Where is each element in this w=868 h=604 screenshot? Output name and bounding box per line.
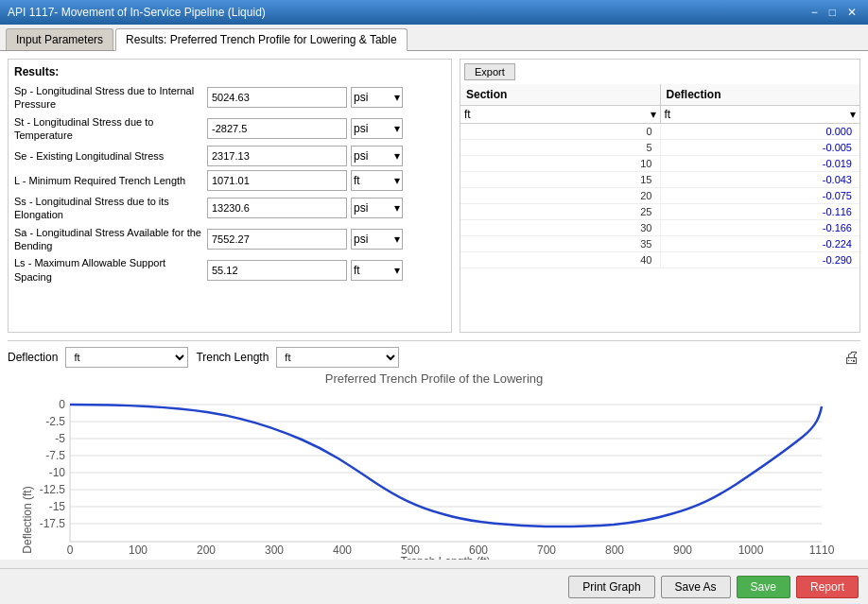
result-unit-se: psi▾ [351, 146, 403, 166]
deflection-control-label: Deflection [8, 351, 58, 364]
close-button[interactable]: ✕ [843, 6, 860, 19]
result-label-st: St - Longitudinal Stress due to Temperat… [14, 115, 203, 143]
chart-curve [70, 405, 822, 526]
tab-bar: Input Parameters Results: Preferred Tren… [0, 25, 868, 51]
result-row-l: L - Minimum Required Trench Length ft▾ [14, 170, 445, 191]
chart-area: Deflection (ft) 0 -2.5 -5 -7.5 -10 [8, 388, 860, 560]
deflection-cell: -0.224 [661, 236, 860, 251]
svg-text:700: 700 [537, 544, 556, 557]
result-label-ss: Ss - Longitudinal Stress due to its Elon… [14, 195, 203, 222]
deflection-cell: -0.166 [661, 220, 860, 235]
restore-button[interactable]: □ [825, 6, 840, 19]
svg-text:-10: -10 [49, 466, 66, 479]
trench-length-unit-select[interactable]: ft [276, 347, 399, 368]
chart-title: Preferred Trench Profile of the Lowering [8, 371, 860, 386]
deflection-unit-select[interactable]: ft [65, 347, 188, 368]
col-unit-row: ft▾ ft▾ [460, 106, 859, 124]
window-title: API 1117- Movement of In-Service Pipelin… [8, 6, 266, 19]
svg-text:-12.5: -12.5 [40, 483, 66, 496]
section-cell: 30 [460, 220, 661, 235]
tab-input[interactable]: Input Parameters [6, 28, 113, 50]
trench-length-control-label: Trench Length [196, 351, 269, 364]
result-row-se: Se - Existing Longitudinal Stress psi▾ [14, 146, 445, 166]
result-row-sa: Sa - Longitudinal Stress Available for t… [14, 226, 445, 253]
table-row: 5 -0.005 [460, 140, 859, 156]
table-row: 15 -0.043 [460, 172, 859, 188]
table-panel: Export Section Deflection ft▾ ft▾ 0 0.00… [460, 59, 860, 333]
minimize-button[interactable]: − [807, 6, 822, 19]
result-value-ss[interactable] [207, 198, 347, 218]
result-value-ls[interactable] [207, 260, 347, 281]
result-row-ss: Ss - Longitudinal Stress due to its Elon… [14, 195, 445, 222]
section-cell: 5 [460, 140, 661, 155]
result-unit-sa: psi▾ [351, 229, 403, 250]
svg-text:1000: 1000 [738, 544, 764, 557]
section-cell: 15 [460, 172, 661, 187]
section-cell: 20 [460, 188, 661, 203]
save-button[interactable]: Save [737, 576, 790, 598]
result-row-st: St - Longitudinal Stress due to Temperat… [14, 115, 445, 143]
table-row: 20 -0.075 [460, 188, 859, 204]
svg-text:-5: -5 [55, 432, 65, 445]
result-unit-ls: ft▾ [351, 260, 403, 281]
deflection-cell: -0.075 [661, 188, 860, 203]
graph-section: Deflection ft Trench Length ft 🖨 Preferr… [8, 340, 860, 560]
y-axis-label: Deflection (ft) [21, 486, 34, 553]
result-unit-ss: psi▾ [351, 198, 403, 218]
result-unit-sp: psi▾ [351, 87, 403, 108]
result-label-sa: Sa - Longitudinal Stress Available for t… [14, 226, 203, 253]
save-as-button[interactable]: Save As [661, 576, 731, 598]
results-panel: Results: Sp - Longitudinal Stress due to… [8, 59, 452, 333]
export-button[interactable]: Export [464, 63, 515, 80]
deflection-header: Deflection [661, 84, 860, 105]
report-button[interactable]: Report [796, 576, 859, 598]
result-value-st[interactable] [207, 118, 347, 139]
result-unit-st: psi▾ [351, 118, 403, 139]
deflection-cell: -0.005 [661, 140, 860, 155]
svg-text:100: 100 [129, 544, 148, 557]
svg-text:1110: 1110 [809, 544, 835, 557]
results-title: Results: [14, 65, 445, 78]
section-cell: 10 [460, 156, 661, 171]
result-value-l[interactable] [207, 170, 347, 191]
print-icon[interactable]: 🖨 [843, 348, 860, 368]
svg-text:0: 0 [67, 544, 74, 557]
print-graph-button[interactable]: Print Graph [568, 576, 654, 598]
table-row: 30 -0.166 [460, 220, 859, 236]
svg-text:300: 300 [265, 544, 284, 557]
result-label-l: L - Minimum Required Trench Length [14, 174, 203, 187]
table-row: 25 -0.116 [460, 204, 859, 220]
svg-text:400: 400 [333, 544, 352, 557]
tab-results[interactable]: Results: Preferred Trench Profile for Lo… [115, 28, 408, 51]
section-cell: 0 [460, 124, 661, 139]
result-value-sa[interactable] [207, 229, 347, 250]
svg-text:900: 900 [673, 544, 692, 557]
svg-text:-17.5: -17.5 [40, 517, 66, 530]
deflection-cell: 0.000 [661, 124, 860, 139]
section-header: Section [460, 84, 661, 105]
svg-text:Trench Length (ft): Trench Length (ft) [401, 555, 491, 560]
result-label-ls: Ls - Maximum Allowable Support Spacing [14, 256, 203, 284]
table-header: Section Deflection [460, 84, 859, 106]
deflection-cell: -0.290 [661, 252, 860, 267]
table-row: 0 0.000 [460, 124, 859, 140]
footer-buttons: Print Graph Save As Save Report [0, 568, 868, 604]
svg-text:-7.5: -7.5 [45, 449, 65, 462]
deflection-cell: -0.019 [661, 156, 860, 171]
content-area: Results: Sp - Longitudinal Stress due to… [0, 51, 868, 560]
section-cell: 25 [460, 204, 661, 219]
graph-controls: Deflection ft Trench Length ft 🖨 [8, 347, 860, 368]
section-cell: 35 [460, 236, 661, 251]
result-unit-l: ft▾ [351, 170, 403, 191]
table-row: 10 -0.019 [460, 156, 859, 172]
table-row: 40 -0.290 [460, 252, 859, 268]
deflection-cell: -0.116 [661, 204, 860, 219]
deflection-cell: -0.043 [661, 172, 860, 187]
svg-text:800: 800 [605, 544, 624, 557]
svg-text:200: 200 [197, 544, 216, 557]
result-label-se: Se - Existing Longitudinal Stress [14, 149, 203, 163]
section-unit: ft▾ [460, 106, 661, 123]
result-value-sp[interactable] [207, 87, 347, 108]
result-value-se[interactable] [207, 146, 347, 166]
table-row: 35 -0.224 [460, 236, 859, 252]
